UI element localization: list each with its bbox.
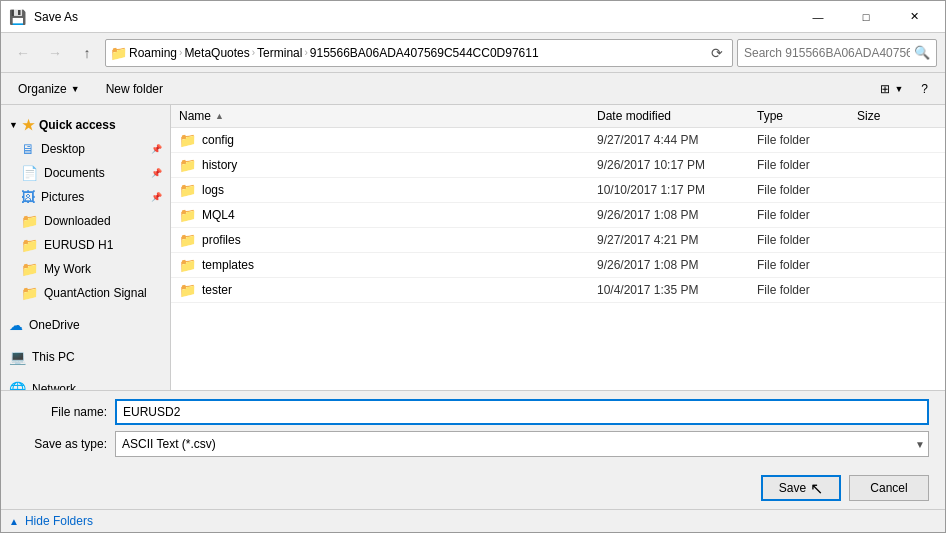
network-icon: 🌐: [9, 381, 26, 390]
file-date: 10/4/2017 1:35 PM: [597, 283, 757, 297]
filename-label: File name:: [17, 405, 107, 419]
table-row[interactable]: 📁 tester 10/4/2017 1:35 PM File folder: [171, 278, 945, 303]
view-toggle-button[interactable]: ⊞ ▼: [871, 76, 912, 102]
sidebar-item-quantaction[interactable]: 📁 QuantAction Signal: [1, 281, 170, 305]
breadcrumb-metaquotes: MetaQuotes: [184, 46, 249, 60]
sidebar-item-desktop[interactable]: 🖥 Desktop 📌: [1, 137, 170, 161]
col-header-type[interactable]: Type: [757, 109, 857, 123]
file-list: Name ▲ Date modified Type Size 📁 config: [171, 105, 945, 390]
sep2: ›: [252, 47, 255, 58]
sidebar-item-pictures[interactable]: 🖼 Pictures 📌: [1, 185, 170, 209]
search-box[interactable]: 🔍: [737, 39, 937, 67]
table-row[interactable]: 📁 history 9/26/2017 10:17 PM File folder: [171, 153, 945, 178]
organize-label: Organize: [18, 82, 67, 96]
file-date: 9/26/2017 1:08 PM: [597, 208, 757, 222]
file-name: MQL4: [202, 208, 235, 222]
pin-icon-desktop: 📌: [151, 144, 162, 154]
table-row[interactable]: 📁 config 9/27/2017 4:44 PM File folder: [171, 128, 945, 153]
sidebar-item-eurusd[interactable]: 📁 EURUSD H1: [1, 233, 170, 257]
toolbar: ← → ↑ 📁 Roaming › MetaQuotes › Terminal …: [1, 33, 945, 73]
save-button[interactable]: Save ↖: [761, 475, 841, 501]
cancel-button[interactable]: Cancel: [849, 475, 929, 501]
sidebar-item-onedrive-label: OneDrive: [29, 318, 80, 332]
up-button[interactable]: ↑: [73, 39, 101, 67]
close-button[interactable]: ✕: [891, 1, 937, 33]
maximize-button[interactable]: □: [843, 1, 889, 33]
breadcrumb-terminal: Terminal: [257, 46, 302, 60]
sidebar-item-pictures-label: Pictures: [41, 190, 84, 204]
help-icon: ?: [921, 82, 928, 96]
sidebar: ▼ ★ Quick access 🖥 Desktop 📌 📄 Documents…: [1, 105, 171, 390]
search-input[interactable]: [744, 46, 910, 60]
sidebar-item-network[interactable]: 🌐 Network: [1, 377, 170, 390]
back-button[interactable]: ←: [9, 39, 37, 67]
cancel-label: Cancel: [870, 481, 907, 495]
search-icon: 🔍: [914, 45, 930, 60]
minimize-button[interactable]: —: [795, 1, 841, 33]
star-icon: ★: [22, 117, 35, 133]
main-content: ▼ ★ Quick access 🖥 Desktop 📌 📄 Documents…: [1, 105, 945, 390]
thispc-icon: 💻: [9, 349, 26, 365]
file-date: 10/10/2017 1:17 PM: [597, 183, 757, 197]
sidebar-item-documents[interactable]: 📄 Documents 📌: [1, 161, 170, 185]
view-icon: ⊞: [880, 82, 890, 96]
file-date: 9/27/2017 4:44 PM: [597, 133, 757, 147]
file-folder-icon: 📁: [179, 132, 196, 148]
file-name: logs: [202, 183, 224, 197]
quick-access-header[interactable]: ▼ ★ Quick access: [1, 113, 170, 137]
buttons-row: Save ↖ Cancel: [1, 475, 945, 509]
refresh-button[interactable]: ⟳: [706, 42, 728, 64]
file-name: config: [202, 133, 234, 147]
organize-chevron-icon: ▼: [71, 84, 80, 94]
chevron-up-icon: ▲: [9, 516, 19, 527]
file-folder-icon: 📁: [179, 207, 196, 223]
table-row[interactable]: 📁 templates 9/26/2017 1:08 PM File folde…: [171, 253, 945, 278]
file-folder-icon: 📁: [179, 257, 196, 273]
file-date: 9/26/2017 1:08 PM: [597, 258, 757, 272]
file-type: File folder: [757, 208, 857, 222]
file-name: history: [202, 158, 237, 172]
downloaded-folder-icon: 📁: [21, 213, 38, 229]
table-row[interactable]: 📁 MQL4 9/26/2017 1:08 PM File folder: [171, 203, 945, 228]
quantaction-folder-icon: 📁: [21, 285, 38, 301]
filename-input[interactable]: [115, 399, 929, 425]
file-folder-icon: 📁: [179, 182, 196, 198]
forward-button[interactable]: →: [41, 39, 69, 67]
mywork-folder-icon: 📁: [21, 261, 38, 277]
title-bar: 💾 Save As — □ ✕: [1, 1, 945, 33]
sep3: ›: [304, 47, 307, 58]
table-row[interactable]: 📁 profiles 9/27/2017 4:21 PM File folder: [171, 228, 945, 253]
view-button-area: ⊞ ▼ ?: [871, 76, 937, 102]
sidebar-item-onedrive[interactable]: ☁ OneDrive: [1, 313, 170, 337]
address-bar[interactable]: 📁 Roaming › MetaQuotes › Terminal › 9155…: [105, 39, 733, 67]
sidebar-item-thispc[interactable]: 💻 This PC: [1, 345, 170, 369]
hide-folders-label: Hide Folders: [25, 514, 93, 528]
title-bar-controls: — □ ✕: [795, 1, 937, 33]
sidebar-item-mywork[interactable]: 📁 My Work: [1, 257, 170, 281]
sidebar-item-documents-label: Documents: [44, 166, 105, 180]
desktop-folder-icon: 🖥: [21, 141, 35, 157]
col-header-date[interactable]: Date modified: [597, 109, 757, 123]
sidebar-item-network-label: Network: [32, 382, 76, 390]
file-type: File folder: [757, 233, 857, 247]
col-header-size[interactable]: Size: [857, 109, 937, 123]
quick-access-section: ▼ ★ Quick access 🖥 Desktop 📌 📄 Documents…: [1, 109, 170, 309]
quick-access-label: Quick access: [39, 118, 116, 132]
file-type: File folder: [757, 283, 857, 297]
new-folder-button[interactable]: New folder: [97, 76, 172, 102]
window-title: Save As: [34, 10, 78, 24]
breadcrumb-icon: 📁: [110, 45, 127, 61]
savetype-select[interactable]: ASCII Text (*.csv)CSV (*.csv)Excel (*.xl…: [115, 431, 929, 457]
onedrive-icon: ☁: [9, 317, 23, 333]
pin-icon-documents: 📌: [151, 168, 162, 178]
sidebar-item-downloaded[interactable]: 📁 Downloaded: [1, 209, 170, 233]
table-row[interactable]: 📁 logs 10/10/2017 1:17 PM File folder: [171, 178, 945, 203]
sep1: ›: [179, 47, 182, 58]
col-header-name[interactable]: Name ▲: [179, 109, 597, 123]
hide-folders-bar[interactable]: ▲ Hide Folders: [1, 509, 945, 532]
sidebar-item-desktop-label: Desktop: [41, 142, 85, 156]
organize-button[interactable]: Organize ▼: [9, 76, 89, 102]
help-button[interactable]: ?: [912, 76, 937, 102]
sidebar-item-thispc-label: This PC: [32, 350, 75, 364]
sidebar-item-eurusd-label: EURUSD H1: [44, 238, 113, 252]
